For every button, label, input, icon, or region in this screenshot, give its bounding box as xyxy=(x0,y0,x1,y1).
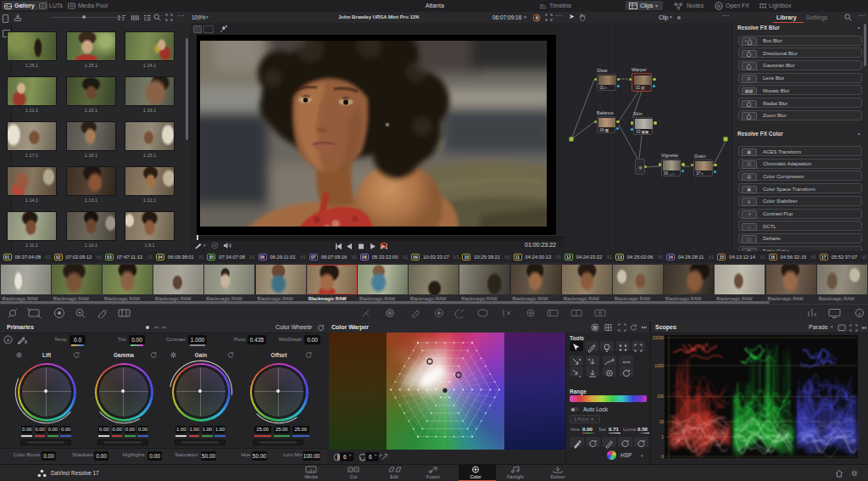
svg-text:0: 0 xyxy=(661,455,664,459)
svg-text:100: 100 xyxy=(657,394,664,399)
svg-text:fx: fx xyxy=(593,325,597,330)
svg-text:fx: fx xyxy=(717,3,721,8)
svg-text:10: 10 xyxy=(659,420,665,424)
svg-text:A: A xyxy=(6,338,9,343)
svg-text:1000: 1000 xyxy=(654,364,664,368)
svg-text:10000: 10000 xyxy=(653,336,665,340)
svg-text:1: 1 xyxy=(661,435,664,439)
